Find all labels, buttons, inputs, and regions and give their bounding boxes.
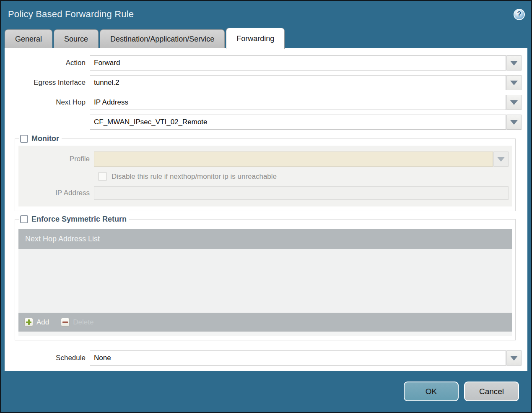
tab-bar: General Source Destination/Application/S… bbox=[1, 27, 531, 48]
add-button[interactable]: Add bbox=[24, 318, 49, 327]
action-combo: Forward bbox=[90, 55, 522, 71]
dialog-titlebar: Policy Based Forwarding Rule ? bbox=[1, 1, 531, 27]
monitor-legend: Monitor bbox=[19, 134, 62, 143]
dialog-footer: OK Cancel bbox=[1, 371, 531, 412]
enforce-symmetric-return-checkbox[interactable] bbox=[20, 215, 28, 223]
schedule-input[interactable]: None bbox=[90, 350, 506, 366]
egress-interface-row: Egress Interface tunnel.2 bbox=[5, 75, 522, 90]
tab-source[interactable]: Source bbox=[54, 29, 99, 48]
schedule-dropdown-button[interactable] bbox=[506, 350, 522, 366]
chevron-down-icon bbox=[497, 157, 505, 162]
enforce-symmetric-return-title: Enforce Symmetric Return bbox=[31, 215, 127, 224]
schedule-label: Schedule bbox=[5, 354, 90, 362]
chevron-down-icon bbox=[510, 120, 518, 125]
next-hop-address-list-header: Next Hop Address List bbox=[18, 229, 512, 249]
dialog-title: Policy Based Forwarding Rule bbox=[8, 9, 134, 20]
next-hop-combo: IP Address bbox=[90, 95, 522, 110]
monitor-checkbox[interactable] bbox=[20, 135, 28, 143]
action-label: Action bbox=[5, 59, 90, 67]
next-hop-address-list-toolbar: Add Delete bbox=[18, 313, 512, 332]
monitor-ip-address-input bbox=[94, 186, 509, 200]
egress-interface-label: Egress Interface bbox=[5, 78, 90, 87]
delete-button: Delete bbox=[61, 318, 93, 327]
next-hop-row: Next Hop IP Address bbox=[5, 95, 522, 110]
egress-interface-input[interactable]: tunnel.2 bbox=[90, 75, 506, 90]
next-hop-address-list-body[interactable] bbox=[18, 249, 512, 313]
forwarding-panel: Action Forward Egress Interface tunnel.2… bbox=[5, 48, 527, 371]
egress-interface-dropdown-button[interactable] bbox=[506, 75, 522, 90]
chevron-down-icon bbox=[510, 356, 518, 361]
enforce-symmetric-return-legend: Enforce Symmetric Return bbox=[19, 215, 129, 224]
spacer bbox=[509, 152, 512, 167]
chevron-down-icon bbox=[510, 81, 518, 85]
monitor-ip-address-row: IP Address bbox=[18, 186, 512, 200]
profile-dropdown-button bbox=[493, 152, 509, 167]
monitor-section: Monitor Profile Disable bbox=[15, 134, 516, 211]
tab-general[interactable]: General bbox=[5, 29, 52, 48]
next-hop-address-list-table: Next Hop Address List Add Delete bbox=[18, 229, 512, 336]
disable-rule-checkbox bbox=[98, 172, 107, 181]
next-hop-address-combo: CF_MWAN_IPsec_VTI_02_Remote bbox=[90, 115, 522, 130]
delete-button-label: Delete bbox=[73, 318, 93, 327]
disable-rule-label: Disable this rule if nexthop/monitor ip … bbox=[112, 173, 277, 181]
profile-combo bbox=[94, 152, 512, 167]
next-hop-address-input[interactable]: CF_MWAN_IPsec_VTI_02_Remote bbox=[90, 115, 506, 130]
next-hop-type-input[interactable]: IP Address bbox=[90, 95, 506, 110]
next-hop-address-dropdown-button[interactable] bbox=[506, 115, 522, 130]
disable-rule-group: Disable this rule if nexthop/monitor ip … bbox=[98, 172, 277, 181]
ok-button[interactable]: OK bbox=[404, 382, 459, 401]
add-button-label: Add bbox=[36, 318, 49, 327]
monitor-section-title: Monitor bbox=[31, 134, 59, 143]
enforce-symmetric-return-section: Enforce Symmetric Return Next Hop Addres… bbox=[15, 215, 516, 340]
help-icon[interactable]: ? bbox=[514, 9, 525, 20]
add-plus-icon bbox=[24, 318, 33, 327]
monitor-panel: Profile Disable this rule if nexthop/mon… bbox=[18, 146, 512, 206]
chevron-down-icon bbox=[510, 100, 518, 105]
profile-row: Profile bbox=[18, 152, 512, 167]
cancel-button[interactable]: Cancel bbox=[464, 382, 519, 401]
tab-destination-application-service[interactable]: Destination/Application/Service bbox=[100, 29, 225, 48]
profile-label: Profile bbox=[18, 155, 94, 163]
egress-interface-combo: tunnel.2 bbox=[90, 75, 522, 90]
schedule-combo: None bbox=[90, 350, 522, 366]
table-bottom-strip bbox=[18, 332, 512, 336]
next-hop-dropdown-button[interactable] bbox=[506, 95, 522, 110]
disable-rule-row: Disable this rule if nexthop/monitor ip … bbox=[18, 172, 512, 181]
tab-forwarding[interactable]: Forwarding bbox=[226, 28, 285, 49]
schedule-row: Schedule None bbox=[5, 350, 522, 366]
monitor-ip-address-label: IP Address bbox=[18, 189, 94, 197]
next-hop-label: Next Hop bbox=[5, 98, 90, 107]
chevron-down-icon bbox=[510, 61, 518, 65]
action-input[interactable]: Forward bbox=[90, 55, 506, 71]
next-hop-address-row: CF_MWAN_IPsec_VTI_02_Remote bbox=[5, 115, 522, 130]
pbf-rule-dialog: Policy Based Forwarding Rule ? General S… bbox=[0, 0, 532, 413]
delete-minus-icon bbox=[61, 318, 70, 327]
action-row: Action Forward bbox=[5, 55, 522, 71]
action-dropdown-button[interactable] bbox=[506, 55, 522, 71]
profile-input bbox=[94, 152, 493, 167]
